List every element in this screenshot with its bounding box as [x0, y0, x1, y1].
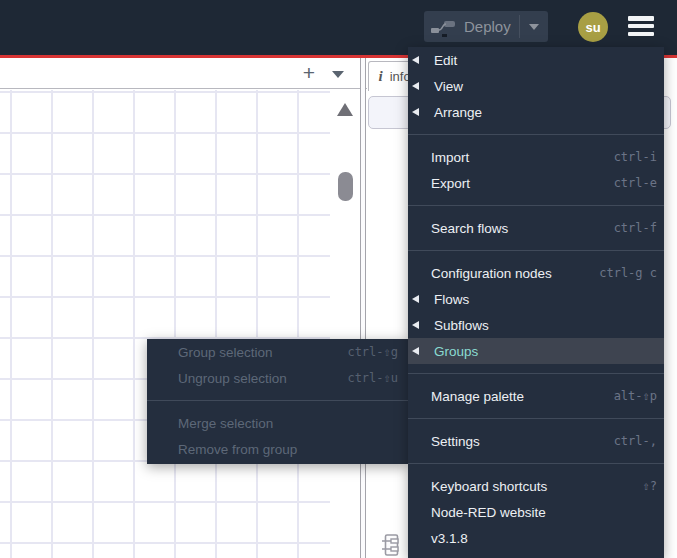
- submenu-left-arrow-icon: [412, 56, 419, 64]
- menu-item-export[interactable]: Export ctrl-e: [408, 170, 664, 196]
- menu-item-configuration-nodes[interactable]: Configuration nodes ctrl-g c: [408, 260, 664, 286]
- info-icon: i: [379, 68, 383, 85]
- menu-separator: [408, 418, 664, 419]
- menu-separator: [408, 205, 664, 206]
- menu-item-group-selection[interactable]: Group selection ctrl-⇧g: [147, 339, 408, 365]
- menu-separator: [408, 250, 664, 251]
- groups-submenu: Group selection ctrl-⇧g Ungroup selectio…: [147, 339, 408, 464]
- main-menu-button[interactable]: [628, 16, 654, 40]
- flow-canvas-grid[interactable]: [0, 90, 360, 558]
- menu-item-groups[interactable]: Groups: [408, 338, 664, 364]
- shortcut-label: ctrl-e: [614, 176, 657, 190]
- menu-item-nodered-website[interactable]: Node-RED website: [408, 499, 664, 525]
- node-wire-icon: [430, 17, 456, 37]
- shortcut-label: ⇧?: [643, 479, 657, 493]
- menu-separator: [147, 400, 408, 401]
- menu-item-flows[interactable]: Flows: [408, 286, 664, 312]
- menu-item-ungroup-selection[interactable]: Ungroup selection ctrl-⇧u: [147, 365, 408, 391]
- menu-separator: [408, 463, 664, 464]
- menu-item-merge-selection[interactable]: Merge selection: [147, 410, 408, 436]
- submenu-left-arrow-icon: [412, 295, 419, 303]
- flow-list-chevron-icon[interactable]: [332, 71, 344, 78]
- shortcut-label: ctrl-g c: [599, 266, 657, 280]
- submenu-left-arrow-icon: [412, 82, 419, 90]
- shortcut-label: ctrl-,: [614, 434, 657, 448]
- menu-item-search-flows[interactable]: Search flows ctrl-f: [408, 215, 664, 241]
- canvas-scroll-gutter: [330, 90, 360, 558]
- layout-node-icon[interactable]: [382, 534, 400, 557]
- avatar-initials: su: [585, 20, 600, 35]
- shortcut-label: ctrl-⇧g: [347, 345, 398, 359]
- menu-item-arrange[interactable]: Arrange: [408, 99, 664, 125]
- menu-item-settings[interactable]: Settings ctrl-,: [408, 428, 664, 454]
- submenu-left-arrow-icon: [412, 108, 419, 116]
- shortcut-label: ctrl-i: [614, 150, 657, 164]
- sidebar-splitter[interactable]: [360, 58, 366, 558]
- menu-separator: [408, 134, 664, 135]
- menu-item-subflows[interactable]: Subflows: [408, 312, 664, 338]
- hamburger-icon: [628, 16, 654, 21]
- node-red-app: Deploy su + Flows Subflow: [0, 0, 677, 558]
- deploy-button[interactable]: Deploy: [424, 11, 548, 42]
- main-menu-dropdown: Edit View Arrange Import ctrl-i Export c…: [408, 47, 664, 558]
- add-flow-button[interactable]: +: [297, 61, 321, 85]
- menu-item-edit[interactable]: Edit: [408, 47, 664, 73]
- menu-item-manage-palette[interactable]: Manage palette alt-⇧p: [408, 383, 664, 409]
- submenu-left-arrow-icon: [412, 321, 419, 329]
- deploy-options-caret-icon[interactable]: [529, 24, 539, 30]
- menu-item-import[interactable]: Import ctrl-i: [408, 144, 664, 170]
- menu-item-keyboard-shortcuts[interactable]: Keyboard shortcuts ⇧?: [408, 473, 664, 499]
- submenu-left-arrow-icon: [412, 347, 419, 355]
- menu-item-remove-from-group[interactable]: Remove from group: [147, 436, 408, 462]
- shortcut-label: ctrl-f: [614, 221, 657, 235]
- menu-item-version[interactable]: v3.1.8: [408, 525, 664, 551]
- scroll-up-arrow-icon[interactable]: [337, 103, 353, 116]
- hamburger-icon: [628, 32, 654, 37]
- menu-item-view[interactable]: View: [408, 73, 664, 99]
- shortcut-label: alt-⇧p: [614, 389, 657, 403]
- user-avatar[interactable]: su: [578, 12, 608, 42]
- deploy-label: Deploy: [464, 18, 511, 35]
- deploy-divider: [519, 15, 520, 38]
- hamburger-icon: [628, 24, 654, 29]
- shortcut-label: ctrl-⇧u: [347, 371, 398, 385]
- canvas-vertical-scrollbar[interactable]: [338, 172, 353, 201]
- menu-separator: [408, 373, 664, 374]
